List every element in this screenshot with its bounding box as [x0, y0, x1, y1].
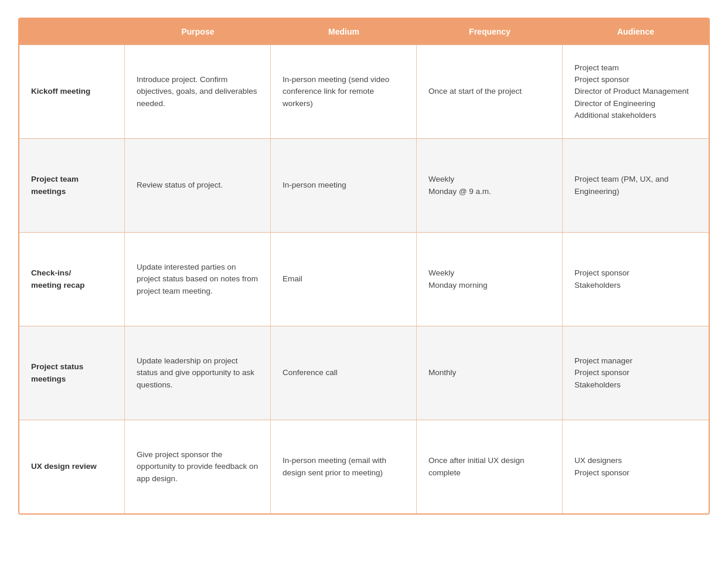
header-col0: [19, 19, 125, 45]
communication-plan-table: Purpose Medium Frequency Audience Kickof…: [18, 18, 710, 515]
row2-name: Check-ins/ meeting recap: [19, 233, 125, 326]
table-row: Check-ins/ meeting recap Update interest…: [19, 232, 709, 326]
row2-purpose: Update interested parties on project sta…: [125, 233, 271, 326]
row1-medium: In-person meeting: [271, 139, 417, 232]
row4-medium: In-person meeting (email with design sen…: [271, 420, 417, 513]
row1-name: Project team meetings: [19, 139, 125, 232]
row0-purpose: Introduce project. Confirm objectives, g…: [125, 45, 271, 138]
table-header: Purpose Medium Frequency Audience: [19, 19, 709, 45]
row3-name: Project status meetings: [19, 326, 125, 420]
header-medium: Medium: [271, 19, 417, 45]
row2-frequency: Weekly Monday morning: [417, 233, 563, 326]
row0-medium: In-person meeting (send video conference…: [271, 45, 417, 138]
table-row: Project team meetings Review status of p…: [19, 138, 709, 232]
header-purpose: Purpose: [125, 19, 271, 45]
row3-audience: Project manager Project sponsor Stakehol…: [563, 326, 709, 420]
row3-medium: Conference call: [271, 326, 417, 420]
row3-frequency: Monthly: [417, 326, 563, 420]
table-row: Kickoff meeting Introduce project. Confi…: [19, 45, 709, 138]
row0-name: Kickoff meeting: [19, 45, 125, 138]
row0-frequency: Once at start of the project: [417, 45, 563, 138]
row0-audience: Project team Project sponsor Director of…: [563, 45, 709, 138]
header-audience: Audience: [563, 19, 709, 45]
table-row: Project status meetings Update leadershi…: [19, 326, 709, 420]
row4-audience: UX designers Project sponsor: [563, 420, 709, 513]
row4-name: UX design review: [19, 420, 125, 513]
row1-audience: Project team (PM, UX, and Engineering): [563, 139, 709, 232]
row4-frequency: Once after initial UX design complete: [417, 420, 563, 513]
row3-purpose: Update leadership on project status and …: [125, 326, 271, 420]
row1-frequency: Weekly Monday @ 9 a.m.: [417, 139, 563, 232]
table-row: UX design review Give project sponsor th…: [19, 420, 709, 513]
row2-audience: Project sponsor Stakeholders: [563, 233, 709, 326]
row4-purpose: Give project sponsor the opportunity to …: [125, 420, 271, 513]
row2-medium: Email: [271, 233, 417, 326]
row1-purpose: Review status of project.: [125, 139, 271, 232]
header-frequency: Frequency: [417, 19, 563, 45]
